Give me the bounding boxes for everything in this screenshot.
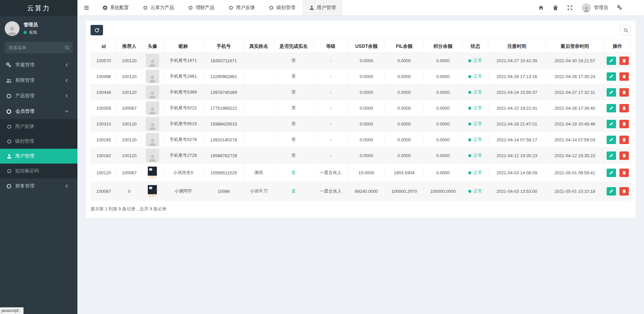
column-header[interactable]: 是否完成实名 [274,40,314,53]
tab-user-management[interactable]: 用户管理 [302,0,343,15]
pagination-summary: 显示第 1 到第 9 条记录，总共 9 条记录 [91,206,631,212]
column-header[interactable]: 操作 [604,40,631,53]
cell-real-name [244,132,274,148]
circle-icon [188,5,193,10]
refresh-button[interactable] [91,25,103,35]
column-header[interactable]: 推荐人 [116,40,142,53]
column-header[interactable]: 手机号 [203,40,244,53]
column-header[interactable]: Id [91,40,117,53]
table-search-button[interactable] [620,25,631,35]
sidebar-item-user-feedback[interactable]: 用户反馈 [0,119,77,134]
cell-phone: 15556511525 [203,164,244,182]
sidebar-item-members[interactable]: 会员管理 [0,104,77,119]
delete-button[interactable] [619,57,629,65]
sidebar-item-user-management[interactable]: 用户管理 [0,149,77,164]
column-header[interactable]: 积分余额 [423,40,462,53]
trash-icon [622,90,626,94]
circle-icon [7,124,12,129]
edit-button[interactable] [607,136,616,144]
cell-referrer: 100067 [116,164,142,182]
app-logo[interactable]: 云算力 [0,0,77,16]
column-header[interactable]: 头像 [142,40,163,53]
edit-button[interactable] [607,169,616,177]
pencil-icon [609,90,613,94]
sidebar-toggle-button[interactable] [77,0,96,15]
delete-button[interactable] [619,72,629,81]
column-header[interactable]: 昵称 [163,40,203,53]
user-icon [309,5,314,10]
tab-level-management[interactable]: 级别管理 [262,0,302,15]
cell-phone: 18350711671 [203,53,244,69]
cell-level: - [313,148,348,164]
cell-status: 正常 [462,148,488,164]
cell-id: 100570 [91,53,117,69]
column-header[interactable]: 状态 [462,40,488,53]
edit-button[interactable] [607,72,616,81]
cell-actions [604,182,631,201]
table-row: 100359 100067 手机尾号9222 17751969222 否 - 0… [91,100,631,116]
cell-last-login-time: 2021-04-26 17:35:24 [545,69,604,84]
cell-level: - [313,132,348,148]
table-row: 100067 0 云算力 小测同学 10086 小试牛刀 是 一星合伙人 892… [91,182,631,201]
tab-user-feedback[interactable]: 用户反馈 [222,0,262,15]
tab-cloud-products[interactable]: 云算力产品 [136,0,181,15]
column-header[interactable]: FIL余额 [385,40,423,53]
delete-button[interactable] [619,120,629,128]
fullscreen-icon[interactable] [567,5,573,10]
sidebar-item-level-management[interactable]: 级别管理 [0,134,77,149]
delete-button[interactable] [619,136,629,144]
column-header[interactable]: 等级 [313,40,348,53]
edit-button[interactable] [607,187,616,196]
person-icon [148,154,157,162]
cell-phone: 13978745369 [203,84,244,100]
search-icon[interactable] [65,45,69,50]
sidebar-item-general[interactable]: 常规管理 [0,57,77,73]
sidebar-menu: 常规管理 权限管理 产品管理 会员管理 用户反馈 级别管理 [0,57,77,194]
cell-points-balance: 0.0000 [423,100,462,116]
edit-button[interactable] [607,57,616,65]
cell-level: 一星合伙人 [313,182,348,201]
cell-actions [604,164,631,182]
menu-search-input[interactable] [5,42,73,53]
status-badge: 正常 [473,73,482,79]
person-icon [583,6,589,12]
status-dot [468,190,471,193]
navbar-user-name: 管理员 [594,5,608,11]
sidebar-item-products[interactable]: 产品管理 [0,88,77,104]
edit-button[interactable] [607,104,616,112]
trash-icon [622,106,626,110]
cell-nickname: 小测同学 [163,182,203,201]
settings-gears-icon[interactable] [617,5,622,10]
delete-button[interactable] [619,151,629,160]
sidebar-item-sms-code[interactable]: 短信验证码 [0,164,77,178]
delete-button[interactable] [619,169,629,177]
cell-referrer: 100120 [116,84,142,100]
chevron-left-icon [65,184,69,188]
chevron-down-icon [65,109,69,113]
delete-button[interactable] [619,187,629,196]
cell-id: 100448 [91,84,117,100]
table-row: 100182 100120 手机尾号2728 18568782728 否 - 0… [91,148,631,164]
edit-button[interactable] [607,151,616,160]
pencil-icon [609,122,613,126]
sidebar-item-finance[interactable]: 财务管理 [0,178,77,194]
navbar-user-menu[interactable]: 管理员 [582,3,608,12]
tab-system-config[interactable]: 系统配置 [96,0,136,15]
delete-button[interactable] [619,88,629,97]
edit-button[interactable] [607,120,616,128]
table-row: 100448 100120 手机尾号5369 13978745369 否 - 0… [91,84,631,100]
delete-button[interactable] [619,104,629,112]
user-status: 在线 [24,30,38,35]
sidebar-item-permissions[interactable]: 权限管理 [0,73,77,88]
column-header[interactable]: USDT余额 [348,40,385,53]
tab-finance-products[interactable]: 理财产品 [181,0,222,15]
trash-icon[interactable] [553,5,558,10]
cell-real-name [244,84,274,100]
home-icon[interactable] [538,5,544,10]
edit-button[interactable] [607,88,616,97]
cell-verified: 是 [274,182,314,201]
column-header[interactable]: 最后登录时间 [545,40,604,53]
column-header[interactable]: 注册时间 [488,40,545,53]
cell-level: - [313,100,348,116]
column-header[interactable]: 真实姓名 [244,40,274,53]
